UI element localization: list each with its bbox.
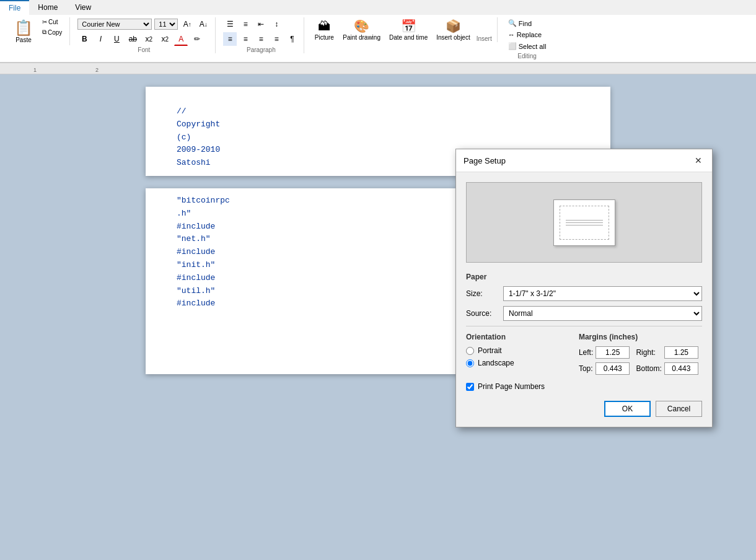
paper-section: Paper Size: 1-1/7" x 3-1/2"LetterA4 Sour… <box>466 273 702 321</box>
svg-rect-0 <box>2 63 754 74</box>
cancel-button[interactable]: Cancel <box>656 401 702 417</box>
font-group: Courier New 8910111214161820222426283648… <box>73 17 216 53</box>
paint-icon: 🎨 <box>354 19 369 33</box>
orientation-section-title: Orientation <box>466 333 569 341</box>
ruler-scale: 1 2 <box>2 63 754 74</box>
align-justify-button[interactable]: ≡ <box>270 32 283 46</box>
find-label: Find <box>519 20 532 27</box>
left-input[interactable] <box>596 346 630 359</box>
underline-button[interactable]: U <box>110 32 123 46</box>
highlight-button[interactable]: ✏ <box>190 32 204 46</box>
font-row1: Courier New 8910111214161820222426283648… <box>77 17 210 31</box>
font-family-select[interactable]: Courier New <box>77 19 152 30</box>
dialog-title: Page Setup <box>464 156 506 165</box>
cut-icon: ✂ <box>42 19 47 25</box>
select-all-label: Select all <box>519 43 547 50</box>
font-group-label: Font <box>77 46 210 53</box>
strikethrough-button[interactable]: ab <box>126 32 139 46</box>
landscape-label: Landscape <box>478 359 514 367</box>
paper-section-title: Paper <box>466 273 702 281</box>
align-right-button[interactable]: ≡ <box>254 32 268 46</box>
line-spacing-button[interactable]: ↕ <box>270 17 283 31</box>
replace-icon: ↔ <box>508 31 515 38</box>
datetime-label: Date and time <box>389 34 428 41</box>
thumb-line-3 <box>566 225 603 225</box>
dialog-titlebar: Page Setup ✕ <box>456 149 712 172</box>
find-icon: 🔍 <box>508 19 517 27</box>
object-label: Insert object <box>436 34 470 41</box>
insert-group-label: Insert <box>477 35 492 42</box>
paragraph-mark-button[interactable]: ¶ <box>285 32 299 46</box>
list-unordered-button[interactable]: ☰ <box>223 17 237 31</box>
grow-font-button[interactable]: A↑ <box>180 17 194 31</box>
picture-insert-button[interactable]: 🏔 Picture <box>312 18 336 42</box>
source-select[interactable]: NormalAuto SelectManual Feed <box>503 306 702 321</box>
thumb-line-1 <box>566 220 603 221</box>
page-preview-area <box>466 182 702 263</box>
datetime-icon: 📅 <box>401 19 416 33</box>
insert-group: 🏔 Picture 🎨 Paint drawing 📅 Date and tim… <box>307 17 497 42</box>
margins-section-title: Margins (inches) <box>579 333 702 341</box>
paint-insert-button[interactable]: 🎨 Paint drawing <box>340 17 383 42</box>
paste-button[interactable]: 📋 Paste <box>10 17 37 45</box>
top-input[interactable] <box>596 362 630 375</box>
subscript-button[interactable]: x2 <box>142 32 156 46</box>
bottom-input[interactable] <box>664 362 698 375</box>
portrait-radio[interactable] <box>466 347 474 355</box>
size-label: Size: <box>466 289 503 298</box>
replace-button[interactable]: ↔ Replace <box>505 29 550 40</box>
print-page-numbers-label: Print Page Numbers <box>478 382 545 391</box>
editing-group-label: Editing <box>505 53 550 59</box>
align-left-button[interactable]: ≡ <box>223 32 237 46</box>
paragraph-group-label: Paragraph <box>223 46 299 53</box>
tab-home[interactable]: Home <box>29 0 66 15</box>
font-size-select[interactable]: 891011121416182022242628364872 <box>154 19 178 30</box>
size-select[interactable]: 1-1/7" x 3-1/2"LetterA4 <box>503 286 702 301</box>
copy-button[interactable]: ⧉ Copy <box>40 27 64 37</box>
datetime-insert-button[interactable]: 📅 Date and time <box>387 17 430 42</box>
tab-view[interactable]: View <box>66 0 100 15</box>
right-input[interactable] <box>664 346 698 359</box>
print-page-numbers-checkbox[interactable] <box>466 383 474 391</box>
landscape-radio[interactable] <box>466 359 474 367</box>
cut-button[interactable]: ✂ Cut <box>40 17 64 27</box>
copy-label: Copy <box>48 29 62 36</box>
select-all-button[interactable]: ⬜ Select all <box>505 40 550 52</box>
bold-button[interactable]: B <box>77 32 91 46</box>
picture-label: Picture <box>315 34 334 41</box>
tab-file[interactable]: File <box>0 0 29 15</box>
picture-icon: 🏔 <box>318 19 330 33</box>
font-color-button[interactable]: A <box>174 32 188 46</box>
margins-grid: Left: Right: Top: Bottom: <box>579 346 702 375</box>
list-ordered-button[interactable]: ≡ <box>239 17 252 31</box>
ruler-svg: 1 2 <box>2 63 754 74</box>
indent-decrease-button[interactable]: ⇤ <box>254 17 268 31</box>
margins-section: Margins (inches) Left: Right: Top: Botto… <box>579 333 702 375</box>
dialog-buttons: OK Cancel <box>466 401 702 417</box>
bottom-label: Bottom: <box>636 364 661 373</box>
font-row2: B I U ab x2 x2 A ✏ <box>77 32 210 46</box>
page-setup-dialog: Page Setup ✕ Paper <box>455 149 713 427</box>
clipboard-small-buttons: ✂ Cut ⧉ Copy <box>40 17 64 37</box>
align-center-button[interactable]: ≡ <box>239 32 252 46</box>
find-button[interactable]: 🔍 Find <box>505 17 550 29</box>
italic-button[interactable]: I <box>94 32 107 46</box>
source-row: Source: NormalAuto SelectManual Feed <box>466 306 702 321</box>
page-thumb-inner <box>560 206 609 240</box>
source-label: Source: <box>466 309 503 318</box>
svg-text:2: 2 <box>95 67 99 73</box>
dialog-close-button[interactable]: ✕ <box>692 154 705 167</box>
left-label: Left: <box>579 348 593 357</box>
page-thumb-lines <box>566 218 603 227</box>
ruler: 1 2 <box>0 63 756 74</box>
size-row: Size: 1-1/7" x 3-1/2"LetterA4 <box>466 286 702 301</box>
shrink-font-button[interactable]: A↓ <box>196 17 210 31</box>
ok-button[interactable]: OK <box>604 401 651 417</box>
object-insert-button[interactable]: 📦 Insert object <box>434 17 472 42</box>
thumb-line-2 <box>566 222 603 223</box>
object-icon: 📦 <box>446 19 461 33</box>
superscript-button[interactable]: x2 <box>158 32 172 46</box>
cut-label: Cut <box>48 19 58 25</box>
ribbon: File Home View 📋 Paste ✂ Cut ⧉ Copy <box>0 0 756 63</box>
section-divider <box>466 326 702 326</box>
